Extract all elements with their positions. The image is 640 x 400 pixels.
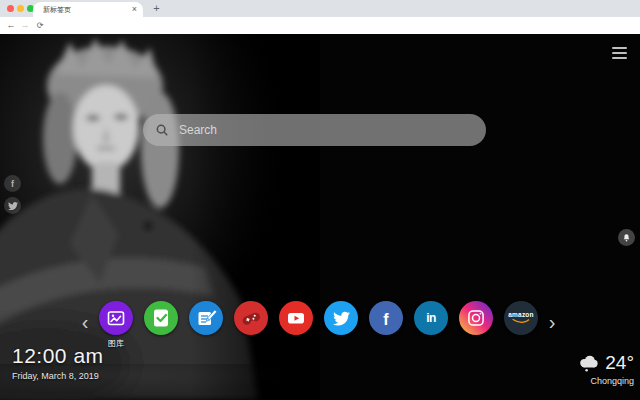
browser-tab[interactable]: 新标签页 × [33, 2, 143, 17]
window-minimize-button[interactable] [17, 5, 24, 12]
back-icon[interactable]: ← [5, 17, 17, 34]
social-sidebar: f [4, 175, 21, 214]
youtube-icon [284, 306, 308, 330]
rain-cloud-icon [576, 352, 600, 374]
search-bar[interactable] [143, 114, 486, 146]
search-icon [155, 123, 169, 137]
screen: 新标签页 × + ← → ⟳ 在Google中搜索，或者输入一个网址 ☆ ⋮ [0, 0, 640, 400]
search-input[interactable] [177, 122, 474, 138]
shortcut-facebook[interactable]: f [369, 301, 403, 335]
share-twitter-button[interactable] [4, 197, 21, 214]
forward-icon[interactable]: → [19, 17, 31, 34]
twitter-icon [8, 201, 18, 211]
weather-temperature: 24° [605, 352, 634, 374]
reload-icon[interactable]: ⟳ [34, 17, 46, 34]
newtab-page: f ‹ › [0, 34, 640, 400]
facebook-icon: f [11, 179, 14, 189]
dock-scroll-left-button[interactable]: ‹ [78, 305, 92, 339]
dock-scroll-right-button[interactable]: › [545, 305, 559, 339]
tab-close-icon[interactable]: × [132, 5, 137, 14]
clock-time: 12:00 am [12, 344, 104, 368]
gallery-icon [104, 306, 128, 330]
shortcut-todo[interactable] [144, 301, 178, 335]
clock-widget: 12:00 am Friday, March 8, 2019 [12, 344, 104, 381]
linkedin-icon: in [426, 312, 436, 324]
shortcut-amazon[interactable]: amazon [504, 301, 538, 335]
weather-city: Chongqing [566, 376, 634, 386]
new-tab-button[interactable]: + [149, 1, 164, 16]
shortcut-instagram[interactable] [459, 301, 493, 335]
bell-icon [622, 233, 631, 243]
shortcut-gallery[interactable]: 图库 [99, 301, 133, 335]
window-close-button[interactable] [7, 5, 14, 12]
share-facebook-button[interactable]: f [4, 175, 21, 192]
clock-date: Friday, March 8, 2019 [12, 371, 104, 381]
page-menu-icon[interactable] [612, 47, 627, 59]
instagram-icon [466, 308, 486, 328]
tab-title: 新标签页 [43, 5, 132, 15]
shortcut-gallery-label: 图库 [99, 338, 133, 349]
shortcut-games[interactable] [234, 301, 268, 335]
shortcut-twitter[interactable] [324, 301, 358, 335]
amazon-smile-icon [511, 318, 531, 324]
tab-strip: 新标签页 × + [0, 0, 640, 17]
shortcut-youtube[interactable] [279, 301, 313, 335]
shortcut-notes[interactable] [189, 301, 223, 335]
notification-bell-button[interactable] [618, 229, 635, 246]
notes-pencil-icon [194, 306, 218, 330]
weather-widget[interactable]: 24° Chongqing [566, 352, 634, 386]
checklist-icon [149, 306, 173, 330]
browser-toolbar: ← → ⟳ 在Google中搜索，或者输入一个网址 ☆ ⋮ [0, 17, 640, 34]
facebook-icon: f [383, 312, 388, 328]
twitter-icon [333, 310, 350, 327]
gamepad-icon [239, 306, 263, 330]
shortcut-linkedin[interactable]: in [414, 301, 448, 335]
